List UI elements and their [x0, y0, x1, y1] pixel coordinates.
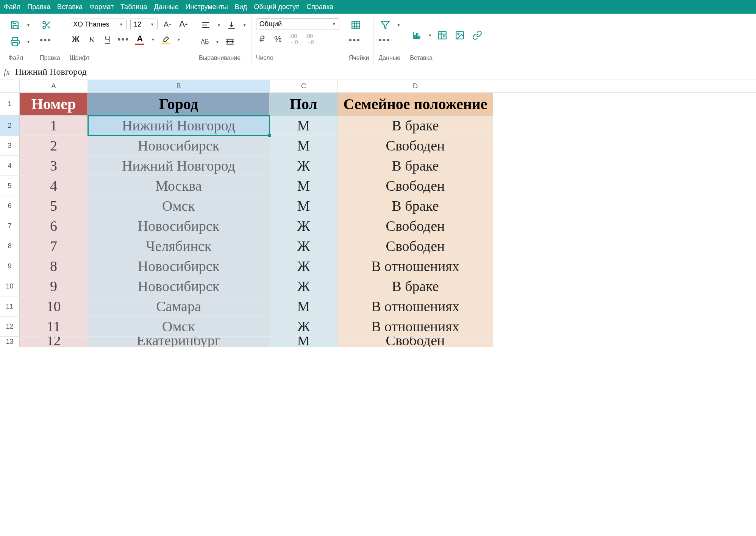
- cell-status[interactable]: В отношениях: [338, 317, 493, 337]
- menu-data[interactable]: Данные: [154, 3, 179, 11]
- align-v-dropdown-icon[interactable]: ▼: [243, 23, 247, 27]
- cell-status[interactable]: В отношениях: [338, 296, 493, 317]
- cell-number[interactable]: 3: [20, 156, 88, 176]
- filter-button[interactable]: [378, 18, 392, 32]
- col-header-d[interactable]: D: [338, 80, 493, 92]
- wrap-dropdown-icon[interactable]: ▼: [216, 40, 219, 44]
- cell-city[interactable]: Нижний Новгород: [88, 116, 270, 136]
- cell-status[interactable]: В браке: [338, 276, 493, 296]
- menu-edit[interactable]: Правка: [27, 3, 50, 11]
- cell-city[interactable]: Нижний Новгород: [88, 156, 270, 176]
- font-more-button[interactable]: •••: [117, 34, 129, 45]
- formula-input[interactable]: Нижний Новгород: [15, 67, 87, 77]
- menu-tools[interactable]: Инструменты: [186, 3, 228, 11]
- cell-status[interactable]: Свободен: [338, 176, 493, 196]
- cell-number[interactable]: 11: [20, 317, 88, 337]
- cell-number[interactable]: 5: [20, 196, 88, 216]
- cell-number[interactable]: 2: [20, 136, 88, 156]
- italic-button[interactable]: К: [86, 33, 98, 45]
- percent-button[interactable]: %: [272, 33, 284, 45]
- row-header[interactable]: 7: [0, 216, 20, 236]
- select-all-corner[interactable]: [0, 80, 20, 92]
- print-dropdown-icon[interactable]: ▼: [27, 40, 30, 44]
- menu-help[interactable]: Справка: [306, 3, 333, 11]
- increase-decimal-button[interactable]: .00←0: [288, 33, 300, 45]
- cell-status[interactable]: В браке: [338, 196, 493, 216]
- row-header[interactable]: 10: [0, 276, 20, 296]
- cell-sex[interactable]: М: [270, 176, 338, 196]
- align-bottom-button[interactable]: [225, 18, 238, 32]
- col-header-b[interactable]: B: [88, 80, 270, 92]
- cell-city[interactable]: Новосибирск: [88, 276, 270, 296]
- insert-image-button[interactable]: [453, 28, 467, 42]
- cell-sex[interactable]: М: [270, 196, 338, 216]
- row-header[interactable]: 5: [0, 176, 20, 196]
- header-cell-city[interactable]: Город: [88, 93, 270, 116]
- menu-view[interactable]: Вид: [235, 3, 247, 11]
- cell-status[interactable]: В браке: [338, 156, 493, 176]
- row-header[interactable]: 8: [0, 236, 20, 256]
- currency-button[interactable]: ₽: [256, 33, 268, 45]
- cell-status[interactable]: В браке: [338, 116, 493, 136]
- cell-city[interactable]: Новосибирск: [88, 216, 270, 236]
- decrease-decimal-button[interactable]: .00→0: [304, 33, 316, 45]
- header-cell-sex[interactable]: Пол: [270, 93, 338, 116]
- bold-button[interactable]: Ж: [70, 33, 82, 45]
- insert-link-button[interactable]: [470, 28, 484, 42]
- menu-table[interactable]: Таблица: [120, 3, 147, 11]
- cell-city[interactable]: Челябинск: [88, 236, 270, 256]
- row-header[interactable]: 1: [0, 93, 20, 116]
- merge-cells-button[interactable]: [223, 35, 237, 49]
- underline-button[interactable]: Ч: [102, 33, 114, 45]
- row-header[interactable]: 4: [0, 156, 20, 176]
- insert-chart-button[interactable]: [410, 28, 423, 42]
- row-header[interactable]: 3: [0, 136, 20, 156]
- row-header[interactable]: 13: [0, 337, 20, 347]
- cell-city[interactable]: Екатеринбург: [88, 337, 270, 347]
- cell-number[interactable]: 4: [20, 176, 88, 196]
- save-dropdown-icon[interactable]: ▼: [27, 23, 30, 27]
- cell-sex[interactable]: М: [270, 136, 338, 156]
- highlight-dropdown-icon[interactable]: ▼: [177, 38, 181, 42]
- cell-number[interactable]: 8: [20, 256, 88, 276]
- cells-more-button[interactable]: •••: [349, 35, 361, 45]
- align-h-dropdown-icon[interactable]: ▼: [217, 23, 221, 27]
- col-header-a[interactable]: A: [20, 80, 88, 92]
- print-button[interactable]: [8, 35, 22, 49]
- cell-number[interactable]: 1: [20, 116, 88, 136]
- cell-status[interactable]: В отношениях: [338, 256, 493, 276]
- font-size-combo[interactable]: 12 ▼: [130, 19, 158, 30]
- row-header[interactable]: 9: [0, 256, 20, 276]
- font-color-button[interactable]: А: [133, 34, 147, 45]
- wrap-text-button[interactable]: АБ: [199, 36, 211, 48]
- col-header-c[interactable]: C: [270, 80, 338, 92]
- cell-sex[interactable]: Ж: [270, 236, 338, 256]
- cell-sex[interactable]: Ж: [270, 156, 338, 176]
- increase-font-button[interactable]: A+: [177, 18, 189, 30]
- cell-sex[interactable]: М: [270, 337, 338, 347]
- insert-pivot-button[interactable]: [436, 28, 449, 42]
- cell-number[interactable]: 9: [20, 276, 88, 296]
- cell-sex[interactable]: Ж: [270, 317, 338, 337]
- cut-button[interactable]: [40, 18, 53, 32]
- font-color-dropdown-icon[interactable]: ▼: [151, 38, 155, 42]
- cell-status[interactable]: Свободен: [338, 216, 493, 236]
- cell-status[interactable]: Свободен: [338, 337, 493, 347]
- row-header[interactable]: 6: [0, 196, 20, 216]
- row-header[interactable]: 2: [0, 116, 20, 136]
- data-more-button[interactable]: •••: [378, 35, 390, 45]
- cell-city[interactable]: Омск: [88, 317, 270, 337]
- cell-city[interactable]: Новосибирск: [88, 256, 270, 276]
- save-button[interactable]: [8, 18, 22, 32]
- cell-status[interactable]: Свободен: [338, 236, 493, 256]
- menu-insert[interactable]: Вставка: [57, 3, 83, 11]
- font-name-combo[interactable]: XO Thames ▼: [70, 19, 127, 30]
- menu-share[interactable]: Общий доступ: [254, 3, 300, 11]
- align-left-button[interactable]: [199, 18, 212, 32]
- cell-city[interactable]: Москва: [88, 176, 270, 196]
- cell-number[interactable]: 10: [20, 296, 88, 317]
- cell-city[interactable]: Самара: [88, 296, 270, 317]
- cell-sex[interactable]: М: [270, 296, 338, 317]
- header-cell-status[interactable]: Семейное положение: [338, 93, 493, 116]
- fx-icon[interactable]: fx: [4, 67, 10, 77]
